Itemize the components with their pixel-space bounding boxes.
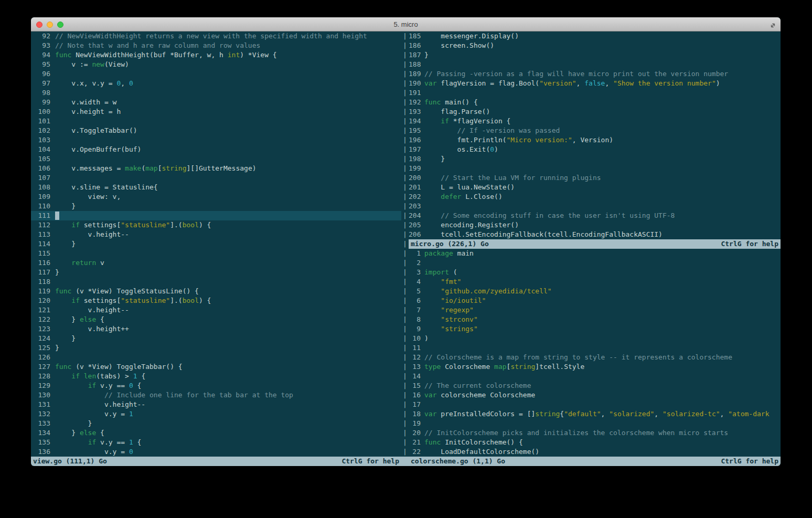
code-line[interactable]: 104 v.OpenBuffer(buf)	[31, 145, 401, 154]
code-line[interactable]: 118	[31, 277, 401, 287]
code-line[interactable]: 193 flag.Parse()	[409, 107, 781, 117]
code-line[interactable]: 128 if len(tabs) > 1 {	[31, 372, 401, 381]
code-line[interactable]: 197 os.Exit(0)	[409, 145, 781, 154]
code-line[interactable]: 200 // Start the Lua VM for running plug…	[409, 173, 781, 183]
code-line[interactable]: 135 if v.y == 1 {	[31, 438, 401, 447]
code-line[interactable]: 120 if settings["statusline"].(bool) {	[31, 296, 401, 305]
code-line[interactable]: 185 messenger.Display()	[409, 31, 781, 41]
code-line[interactable]: 8 "strconv"	[409, 315, 781, 324]
code-line[interactable]: 199	[409, 164, 781, 173]
code-line[interactable]: 107	[31, 173, 401, 183]
code-line[interactable]: 205 encoding.Register()	[409, 220, 781, 230]
code-line[interactable]: 121 v.height--	[31, 305, 401, 315]
code-line[interactable]: 108 v.sline = Statusline{	[31, 183, 401, 192]
code-line[interactable]: 18var preInstalledColors = []string{"def…	[409, 409, 781, 419]
code-line[interactable]: 119func (v *View) ToggleStatusLine() {	[31, 287, 401, 296]
code-line[interactable]: 106 v.messages = make(map[string][]Gutte…	[31, 164, 401, 173]
code-line[interactable]: 113 v.height--	[31, 230, 401, 239]
code-line[interactable]: 11	[409, 343, 781, 353]
code-line[interactable]: 201 L = lua.NewState()	[409, 183, 781, 192]
code-line[interactable]: 116 return v	[31, 258, 401, 268]
code-line[interactable]: 20// InitColorscheme picks and initializ…	[409, 428, 781, 438]
code-line[interactable]: 4 "fmt"	[409, 277, 781, 287]
code-line[interactable]: 10)	[409, 334, 781, 343]
code-line[interactable]: 189// Passing -version as a flag will ha…	[409, 69, 781, 79]
code-line[interactable]: 134 } else {	[31, 428, 401, 438]
minimize-button[interactable]	[47, 22, 53, 28]
code-line[interactable]: 13type Colorscheme map[string]tcell.Styl…	[409, 362, 781, 372]
code-line[interactable]: 1package main	[409, 249, 781, 258]
code-line[interactable]: 196 fmt.Println("Micro version:", Versio…	[409, 135, 781, 145]
code-line[interactable]: 117}	[31, 268, 401, 277]
code-line[interactable]: 122 } else {	[31, 315, 401, 324]
zoom-button[interactable]	[57, 22, 63, 28]
code-line[interactable]: 96	[31, 69, 401, 79]
code-line[interactable]: 188	[409, 60, 781, 69]
code-line[interactable]: 202 defer L.Close()	[409, 192, 781, 202]
code-line[interactable]: 114 }	[31, 239, 401, 249]
code-line[interactable]: 102 v.ToggleTabbar()	[31, 126, 401, 135]
code-line[interactable]: 191	[409, 88, 781, 98]
code-area-view-go[interactable]: 92// NewViewWidthHeight returns a new vi…	[31, 31, 401, 457]
code-line[interactable]: 110 }	[31, 202, 401, 211]
code-line[interactable]: 111	[31, 211, 401, 220]
code-line[interactable]: 22 LoadDefaultColorscheme()	[409, 447, 781, 457]
code-token: 0	[490, 145, 494, 153]
code-line[interactable]: 3import (	[409, 268, 781, 277]
code-line[interactable]: 16var colorscheme Colorscheme	[409, 390, 781, 400]
code-line[interactable]: 206 tcell.SetEncodingFallback(tcell.Enco…	[409, 230, 781, 239]
code-line[interactable]: 198 }	[409, 154, 781, 164]
code-line[interactable]: 21func InitColorscheme() {	[409, 438, 781, 447]
split-divider[interactable]: ||||||||||||||||||||||||||||||||||||||||…	[401, 31, 409, 466]
code-line[interactable]: 9 "strings"	[409, 324, 781, 334]
code-line[interactable]: 124 }	[31, 334, 401, 343]
code-line[interactable]: 187}	[409, 50, 781, 60]
code-line[interactable]: 2	[409, 258, 781, 268]
code-line[interactable]: 98	[31, 88, 401, 98]
code-line[interactable]: 5 "github.com/zyedidia/tcell"	[409, 287, 781, 296]
code-line[interactable]: 97 v.x, v.y = 0, 0	[31, 79, 401, 88]
code-line[interactable]: 127func (v *View) ToggleTabbar() {	[31, 362, 401, 372]
code-line[interactable]: 101	[31, 117, 401, 126]
code-line[interactable]: 15// The current colorscheme	[409, 381, 781, 390]
resize-icon[interactable]	[770, 21, 776, 28]
code-line[interactable]: 100 v.height = h	[31, 107, 401, 117]
code-line[interactable]: 203	[409, 202, 781, 211]
code-line[interactable]: 131 v.height--	[31, 400, 401, 409]
code-line[interactable]: 14	[409, 372, 781, 381]
code-line[interactable]: 103	[31, 135, 401, 145]
code-line[interactable]: 6 "io/ioutil"	[409, 296, 781, 305]
code-line[interactable]: 204 // Some encoding stuff in case the u…	[409, 211, 781, 220]
code-line[interactable]: 125}	[31, 343, 401, 353]
code-line[interactable]: 192func main() {	[409, 98, 781, 107]
code-line[interactable]: 186 screen.Show()	[409, 41, 781, 50]
code-area-micro-go[interactable]: 185 messenger.Display()186 screen.Show()…	[409, 31, 781, 239]
code-line[interactable]: 130 // Include one line for the tab bar …	[31, 390, 401, 400]
code-line[interactable]: 133 }	[31, 419, 401, 428]
code-line[interactable]: 99 v.width = w	[31, 98, 401, 107]
code-line[interactable]: 93// Note that w and h are raw column an…	[31, 41, 401, 50]
code-line[interactable]: 190var flagVersion = flag.Bool("version"…	[409, 79, 781, 88]
code-line[interactable]: 132 v.y = 1	[31, 409, 401, 419]
code-line[interactable]: 136 v.y = 0	[31, 447, 401, 457]
code-line[interactable]: 123 v.height++	[31, 324, 401, 334]
code-line[interactable]: 95 v := new(View)	[31, 60, 401, 69]
close-button[interactable]	[36, 22, 42, 28]
code-line[interactable]: 19	[409, 419, 781, 428]
code-line[interactable]: 115	[31, 249, 401, 258]
code-line[interactable]: 7 "regexp"	[409, 305, 781, 315]
code-line[interactable]: 17	[409, 400, 781, 409]
window-titlebar[interactable]: 5. micro	[31, 17, 781, 31]
code-area-colorscheme-go[interactable]: 1package main23import (4 "fmt"5 "github.…	[409, 249, 781, 457]
code-line[interactable]: 112 if settings["statusline"].(bool) {	[31, 220, 401, 230]
code-line[interactable]: 126	[31, 353, 401, 362]
code-line[interactable]: 194 if *flagVersion {	[409, 117, 781, 126]
code-line[interactable]: 195 // If -version was passed	[409, 126, 781, 135]
code-line[interactable]: 105	[31, 154, 401, 164]
code-line[interactable]: 12// Colorscheme is a map from string to…	[409, 353, 781, 362]
code-line[interactable]: 129 if v.y == 0 {	[31, 381, 401, 390]
code-line[interactable]: 92// NewViewWidthHeight returns a new vi…	[31, 31, 401, 41]
code-line[interactable]: 109 view: v,	[31, 192, 401, 202]
code-text	[424, 60, 781, 69]
code-line[interactable]: 94func NewViewWidthHeight(buf *Buffer, w…	[31, 50, 401, 60]
